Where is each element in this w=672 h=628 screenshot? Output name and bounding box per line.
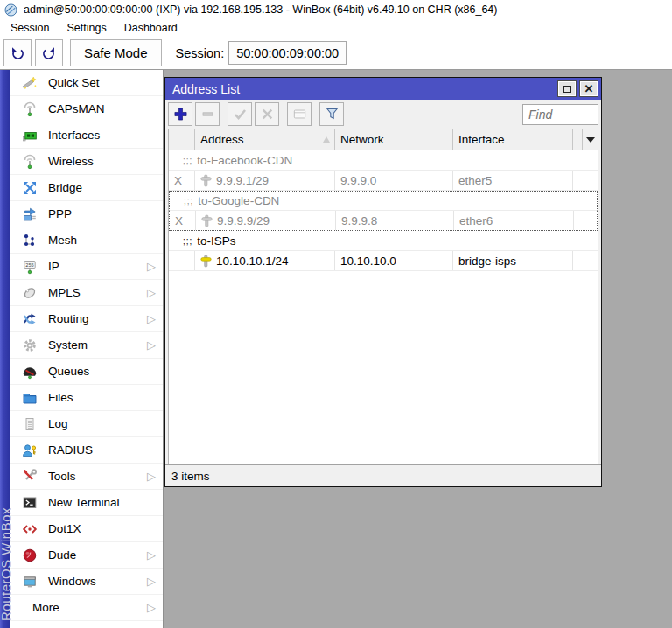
submenu-arrow-icon: ▷ [147,339,156,351]
close-icon: ✕ [584,83,594,94]
user-key-icon [22,443,38,458]
sidebar-item-new-terminal[interactable]: New Terminal [10,490,163,516]
sidebar-item-label: Log [48,417,68,430]
sidebar-item-label: CAPsMAN [48,102,105,115]
sidebar-item-capsman[interactable]: CAPsMAN [10,96,163,122]
address-value: 9.9.9.9/29 [217,214,270,227]
address-column-header[interactable]: Address [195,129,335,150]
maximize-button[interactable] [557,80,577,97]
find-input[interactable] [522,104,598,125]
window-titlebar[interactable]: Address List ✕ [165,78,601,100]
session-field[interactable]: 50:00:00:09:00:00 [228,41,346,65]
dot1x-icon [22,521,38,537]
sidebar-item-queues[interactable]: Queues [10,359,163,385]
sidebar-item-system[interactable]: System▷ [10,332,163,359]
bridge-icon [22,180,38,196]
app-toolbar: Safe Mode Session: 50:00:00:09:00:00 [0,37,672,70]
comment-icon [292,107,307,122]
flags-cell: X [169,171,195,190]
sidebar-item-log[interactable]: Log [10,411,163,437]
address-icon [200,255,212,268]
menu-dashboard[interactable]: Dashboard [116,20,186,36]
sidebar-item-label: RADIUS [48,443,93,457]
sidebar-item-bridge[interactable]: Bridge [10,175,163,201]
sidebar-item-mpls[interactable]: MPLS▷ [10,280,163,306]
brand-text: RouterOS WinBox [0,507,12,621]
flags-column-header[interactable] [169,129,195,150]
sidebar-item-label: Interfaces [48,129,100,142]
table-body: ;;;to-Facebook-CDNX9.9.9.1/299.9.9.0ethe… [169,150,598,271]
redo-icon [40,45,58,62]
comment-row[interactable]: ;;;to-Google-CDN [169,191,598,211]
address-row[interactable]: 10.10.10.1/2410.10.10.0bridge-isps [169,251,598,271]
enable-button[interactable] [228,102,252,126]
redo-button[interactable] [35,39,63,66]
mpls-icon [22,285,38,301]
comment-row[interactable]: ;;;to-ISPs [169,231,598,251]
sidebar-item-radius[interactable]: RADIUS [10,437,163,464]
comment-prefix: ;;; [184,196,193,206]
add-button[interactable] [168,102,192,126]
undo-icon [9,45,26,62]
sidebar-item-windows[interactable]: Windows▷ [10,569,163,595]
address-value: 10.10.10.1/24 [216,255,289,268]
filter-button[interactable] [319,102,344,126]
sidebar-item-dude[interactable]: Dude▷ [10,542,163,569]
sidebar-item-label: Routing [48,312,89,325]
address-row[interactable]: X9.9.9.9/299.9.9.8ether6 [169,211,598,231]
sidebar-item-ppp[interactable]: PPP [10,201,163,227]
network-cell: 9.9.9.8 [336,211,454,230]
log-icon [22,416,38,432]
sidebar-item-label: New Terminal [48,496,120,509]
address-column-label: Address [200,133,244,146]
sidebar: RouterOS WinBox Quick SetCAPsMANInterfac… [0,70,164,628]
menu-session[interactable]: Session [2,20,58,36]
sidebar-menu: Quick SetCAPsMANInterfacesWirelessBridge… [10,70,163,628]
sidebar-item-interfaces[interactable]: Interfaces [10,122,163,149]
sidebar-item-ip[interactable]: 255IP▷ [10,254,163,280]
chevron-down-icon [586,137,595,143]
undo-button[interactable] [4,39,32,66]
gauge-icon [22,364,38,380]
sidebar-item-tools[interactable]: Tools▷ [10,464,163,490]
comment-row[interactable]: ;;;to-Facebook-CDN [169,150,598,171]
comment-prefix: ;;; [183,156,192,165]
submenu-arrow-icon: ▷ [147,261,156,272]
spacer-cell [573,171,598,190]
sidebar-item-label: Dot1X [48,522,81,535]
spacer-column-header [573,129,598,150]
sidebar-item-mesh[interactable]: Mesh [10,227,163,254]
address-row[interactable]: X9.9.9.1/299.9.9.0ether5 [169,171,598,191]
disable-icon [260,107,275,122]
safe-mode-button[interactable]: Safe Mode [70,39,162,66]
antenna-icon [22,101,38,117]
interface-column-header[interactable]: Interface [453,129,573,150]
disable-button[interactable] [255,102,279,126]
sidebar-item-more[interactable]: More▷ [10,595,163,621]
close-button[interactable]: ✕ [579,80,598,97]
network-column-header[interactable]: Network [335,129,453,150]
comment-prefix: ;;; [183,236,192,246]
address-icon [200,174,212,187]
spacer-cell [574,211,597,230]
sidebar-item-label: Windows [48,575,96,588]
interface-cell: ether5 [453,171,573,190]
interface-cell: ether6 [454,211,574,230]
sidebar-item-dot1x[interactable]: Dot1X [10,516,163,542]
ip-icon: 255 [22,259,38,275]
network-column-label: Network [340,133,384,146]
column-select-button[interactable] [582,129,598,150]
sidebar-item-files[interactable]: Files [10,385,163,411]
sidebar-item-wireless[interactable]: Wireless [10,149,163,175]
app-title: admin@50:00:00:09:00:00 (IXP) via 192.16… [24,3,497,16]
wand-icon [22,75,38,91]
remove-button[interactable] [195,102,220,126]
sidebar-item-quick-set[interactable]: Quick Set [10,70,163,96]
session-label: Session: [176,46,225,60]
no-icon [22,600,27,616]
sidebar-item-routing[interactable]: Routing▷ [10,306,163,332]
comment-text: to-ISPs [197,234,235,248]
comment-button[interactable] [287,102,312,126]
enable-icon [233,107,248,122]
menu-settings[interactable]: Settings [58,20,115,36]
